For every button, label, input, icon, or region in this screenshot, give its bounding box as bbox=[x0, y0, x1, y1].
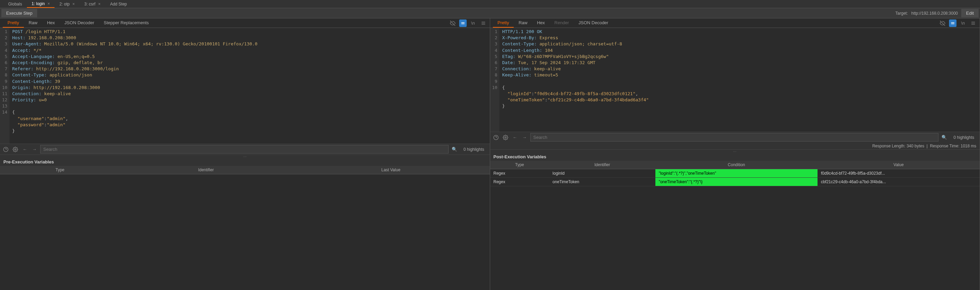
svg-point-7 bbox=[15, 149, 16, 150]
col-value[interactable]: Value bbox=[818, 161, 980, 169]
viewtab-raw[interactable]: Raw bbox=[514, 18, 532, 28]
target-label: Target: bbox=[896, 11, 908, 16]
request-panel: Pretty Raw Hex JSON Decoder Stepper Repl… bbox=[0, 18, 490, 290]
target-url: http://192.168.0.208:3000 bbox=[911, 11, 958, 16]
execute-step-button[interactable]: Execute Step bbox=[2, 9, 37, 18]
request-code: POST /login HTTP/1.1 Host: 192.168.0.208… bbox=[10, 28, 260, 144]
col-identifier[interactable]: Identifier bbox=[120, 166, 292, 174]
viewtab-render: Render bbox=[550, 18, 574, 28]
response-panel: Pretty Raw Hex Render JSON Decoder \n 12… bbox=[490, 18, 980, 290]
col-identifier[interactable]: Identifier bbox=[549, 161, 655, 169]
add-step-button[interactable]: Add Step bbox=[105, 1, 132, 8]
close-icon[interactable]: × bbox=[98, 2, 100, 6]
viewtab-raw[interactable]: Raw bbox=[24, 18, 42, 28]
hamburger-icon[interactable] bbox=[480, 19, 487, 27]
table-row[interactable]: Regex loginId "loginId":"(.*?)","oneTime… bbox=[490, 169, 980, 178]
target-display: Target: http://192.168.0.208:3000 Edit bbox=[896, 9, 978, 18]
tab-otp[interactable]: 2: otp× bbox=[54, 1, 80, 8]
toolbar: Execute Step Target: http://192.168.0.20… bbox=[0, 8, 980, 18]
col-type[interactable]: Type bbox=[490, 161, 549, 169]
cell-value: cbf21c29-c4db-46a0-a7bd-3f4bda... bbox=[818, 178, 980, 186]
table-row[interactable]: Regex oneTimeToken "oneTimeToken":"(.*?)… bbox=[490, 178, 980, 186]
search-icon[interactable]: 🔍 bbox=[940, 134, 948, 141]
col-type[interactable]: Type bbox=[0, 166, 120, 174]
tab-globals[interactable]: Globals bbox=[3, 1, 27, 8]
line-gutter: 12345678910 bbox=[490, 28, 500, 132]
col-condition[interactable]: Condition bbox=[655, 161, 818, 169]
cell-id: oneTimeToken bbox=[549, 178, 655, 186]
search-input[interactable] bbox=[530, 133, 939, 142]
equals-icon[interactable] bbox=[949, 19, 956, 27]
response-meta: Response Length: 340 bytes | Response Ti… bbox=[490, 143, 980, 149]
help-icon[interactable] bbox=[492, 134, 500, 141]
cell-value: f0d9c4cd-bf72-49fb-8f5a-d3023df... bbox=[818, 169, 980, 178]
post-vars-table: Type Identifier Condition Value Regex lo… bbox=[490, 161, 980, 186]
prev-icon[interactable]: ← bbox=[511, 134, 519, 141]
response-code: HTTP/1.1 200 OK X-Powered-By: Express Co… bbox=[500, 28, 651, 132]
newline-icon[interactable]: \n bbox=[469, 19, 477, 27]
viewtab-json[interactable]: JSON Decoder bbox=[574, 18, 613, 28]
newline-icon[interactable]: \n bbox=[959, 19, 967, 27]
cell-type: Regex bbox=[490, 178, 549, 186]
gear-icon[interactable] bbox=[11, 146, 19, 153]
prev-icon[interactable]: ← bbox=[21, 146, 29, 153]
line-gutter: 1234567891011121314 bbox=[0, 28, 10, 144]
highlight-count: 0 highlights bbox=[460, 147, 488, 152]
pre-vars-title: Pre-Execution Variables bbox=[0, 158, 490, 166]
tab-login[interactable]: 1: login× bbox=[27, 0, 55, 8]
viewtab-hex[interactable]: Hex bbox=[532, 18, 549, 28]
viewtab-pretty[interactable]: Pretty bbox=[3, 18, 24, 28]
search-icon[interactable]: 🔍 bbox=[451, 146, 458, 153]
viewtab-json[interactable]: JSON Decoder bbox=[60, 18, 99, 28]
gear-icon[interactable] bbox=[502, 134, 509, 141]
tab-label: 3: csrf bbox=[84, 2, 95, 6]
col-last-value[interactable]: Last Value bbox=[292, 166, 490, 174]
close-icon[interactable]: × bbox=[72, 2, 75, 6]
pre-vars-table: Type Identifier Last Value bbox=[0, 166, 490, 174]
next-icon[interactable]: → bbox=[31, 146, 38, 153]
search-input[interactable] bbox=[40, 145, 449, 154]
cell-condition: "oneTimeToken":"(.*?)"\} bbox=[655, 178, 818, 186]
eye-off-icon[interactable] bbox=[449, 19, 457, 27]
hamburger-icon[interactable] bbox=[969, 19, 977, 27]
svg-point-15 bbox=[505, 137, 506, 138]
cell-type: Regex bbox=[490, 169, 549, 178]
highlight-count: 0 highlights bbox=[950, 135, 978, 140]
tab-csrf[interactable]: 3: csrf× bbox=[80, 1, 105, 8]
next-icon[interactable]: → bbox=[521, 134, 528, 141]
viewtab-hex[interactable]: Hex bbox=[42, 18, 60, 28]
request-editor[interactable]: 1234567891011121314 POST /login HTTP/1.1… bbox=[0, 28, 490, 144]
viewtab-pretty[interactable]: Pretty bbox=[493, 18, 514, 28]
post-vars-title: Post-Execution Variables bbox=[490, 153, 980, 161]
cell-id: loginId bbox=[549, 169, 655, 178]
equals-icon[interactable] bbox=[459, 19, 467, 27]
tab-label: 2: otp bbox=[59, 2, 70, 6]
cell-condition: "loginId":"(.*?)","oneTimeToken" bbox=[655, 169, 818, 178]
eye-off-icon[interactable] bbox=[939, 19, 946, 27]
viewtab-stepper[interactable]: Stepper Replacements bbox=[99, 18, 154, 28]
close-icon[interactable]: × bbox=[47, 2, 50, 6]
tab-label: 1: login bbox=[32, 2, 45, 6]
edit-button[interactable]: Edit bbox=[961, 9, 978, 18]
help-icon[interactable] bbox=[2, 146, 10, 153]
response-editor[interactable]: 12345678910 HTTP/1.1 200 OK X-Powered-By… bbox=[490, 28, 980, 132]
drag-handle[interactable]: ⋯ bbox=[490, 149, 980, 153]
top-tabs: Globals 1: login× 2: otp× 3: csrf× Add S… bbox=[0, 0, 980, 8]
drag-handle[interactable]: ⋯ bbox=[0, 155, 490, 158]
